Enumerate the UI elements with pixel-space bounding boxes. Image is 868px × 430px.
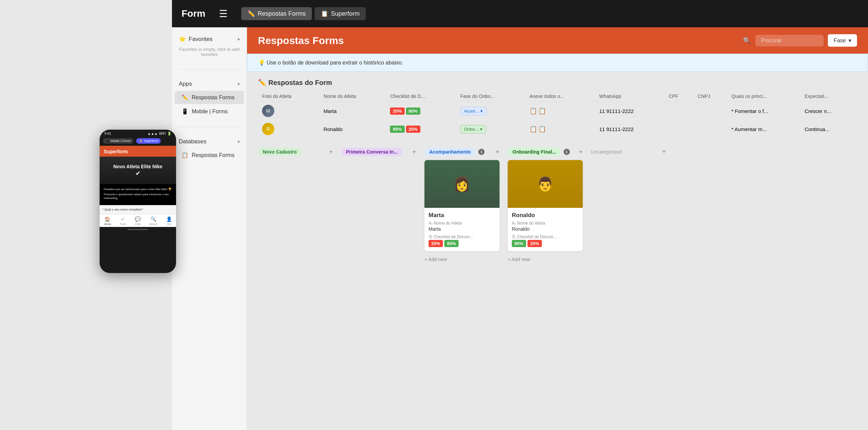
status-dropdown-marta[interactable]: Acom... ▾: [460, 107, 487, 115]
tasks-icon: ✓: [121, 216, 125, 222]
search-input[interactable]: [755, 35, 824, 46]
copy-icon-marta-2[interactable]: 📋: [538, 108, 546, 114]
status-label-ronaldo: Onbo...: [464, 127, 479, 132]
marta-img-placeholder: 👩: [453, 176, 471, 192]
tab-superform[interactable]: 📋 Superform: [315, 7, 366, 20]
kanban-col-uncategorized-title: Uncategorized: [591, 149, 622, 155]
phone-nav-home[interactable]: 🏠 Home: [104, 216, 111, 226]
sidebar-apps-header[interactable]: Apps ▾: [172, 78, 247, 90]
badge-80-ronaldo: 80%: [390, 126, 404, 133]
sidebar-item-respostas-forms-label: Respostas Forms: [192, 95, 234, 101]
phone-nav-mobile-forms[interactable]: 📱Mobile | Forms: [103, 138, 133, 144]
mobile-icon: 📱: [182, 108, 188, 115]
cell-anexe-ronaldo: 📋 📋: [525, 120, 595, 138]
kanban-col-uncategorized-header: Uncategorized +: [591, 148, 666, 156]
sidebar-item-mobile-forms[interactable]: 📱 Mobile | Forms: [175, 105, 244, 118]
sidebar-item-respostas-forms-db[interactable]: 📋 Respostas Forms: [175, 148, 244, 162]
kanban-col-acompanhamento: Acompanhamento 1 + 👩 Marta: [424, 148, 500, 425]
kanban-card-marta-field-label2: ☰ Checklist de Docum...: [429, 234, 495, 239]
fase-dropdown[interactable]: Fase ▾: [828, 34, 857, 47]
kanban-card-marta-body: Marta Aₛ Nome do Atleta Marta ☰ Checklis…: [424, 208, 500, 251]
apps-chevron-icon: ▾: [237, 81, 240, 87]
info-banner-text: 💡 Use o botão de download para extrair o…: [258, 59, 403, 66]
sidebar-item-mobile-forms-label: Mobile | Forms: [192, 109, 228, 115]
copy-icon-marta-1[interactable]: 📋: [530, 108, 537, 114]
phone-nav-chat[interactable]: 💬 Chat: [135, 216, 141, 226]
phone-status-icons: ▲▲▲ WiFi 🔋: [147, 132, 171, 135]
kanban-col-acompanhamento-count: 1: [478, 149, 484, 155]
kanban-card-marta-field-label1: Aₛ Nome do Atleta: [429, 221, 495, 226]
col-cpf: CPF: [665, 91, 694, 102]
phone-nav-search-label: Search: [149, 223, 158, 226]
kanban-card-ronaldo[interactable]: 👨 Ronaldo Aₛ Nome do Atleta Ronaldo ☰ Ch…: [508, 160, 583, 251]
kanban-col-uncategorized: Uncategorized +: [591, 148, 666, 425]
col-checklist: Checklist de D...: [386, 91, 456, 102]
phone-subtitle2: Preencha o questionário abaixo para inic…: [104, 192, 172, 200]
cell-anexe-marta: 📋 📋: [525, 102, 595, 120]
search-icon-btn[interactable]: 🔍: [743, 37, 751, 45]
phone-nav-you[interactable]: 👤 You: [166, 216, 172, 226]
phone-nav-you-label: You: [167, 223, 171, 226]
avatar-marta: M: [262, 105, 274, 117]
status-chevron-icon-marta: ▾: [480, 109, 483, 114]
kanban-add-primeira-conversa[interactable]: +: [412, 148, 416, 156]
status-chevron-icon-ronaldo: ▾: [480, 127, 482, 132]
page-title: Respostas Forms: [258, 35, 344, 46]
kanban-card-ronaldo-field-label2: ☰ Checklist de Docum...: [512, 234, 579, 239]
copy-icon-ronaldo-1[interactable]: 📋: [530, 126, 537, 132]
fase-dropdown-label: Fase: [834, 38, 846, 44]
phone-subtitle1: Parabéns por ser selecionado para o time…: [104, 187, 172, 191]
you-icon: 👤: [166, 216, 172, 222]
status-dropdown-ronaldo[interactable]: Onbo... ▾: [460, 125, 486, 133]
phone-nav-superform[interactable]: ⚡Superform: [136, 138, 161, 144]
sidebar-favorites-header[interactable]: ⭐ Favorites ▾: [172, 33, 247, 45]
kanban-col-onboarding-final-title: Onboarding Final...: [508, 148, 561, 156]
cell-cpf-marta: [665, 102, 694, 120]
phone-hero: Superform: [100, 146, 176, 157]
cell-whatsapp-ronaldo: 11 91111-2222: [595, 120, 665, 138]
col-foto: Foto do Atleta: [258, 91, 319, 102]
phone-time: 9:41: [104, 132, 111, 135]
kanban-card-marta-badges: 20% 80%: [429, 240, 495, 247]
cell-expectativa-marta: * Fomentar o f...: [727, 102, 801, 120]
sidebar: ⭐ Favorites ▾ Favorites is empty, click …: [172, 27, 247, 430]
col-nome: Nome do Atleta: [319, 91, 386, 102]
sidebar-apps-title: Apps: [179, 81, 192, 87]
badge-20-marta: 20%: [390, 108, 404, 115]
kanban-col-novo-cadastro-header: Novo Cadastro +: [258, 148, 333, 156]
kanban-badge-80-ronaldo: 80%: [512, 240, 526, 247]
kanban-add-acompanhamento[interactable]: +: [495, 148, 500, 156]
cell-cnpj-ronaldo: [694, 120, 727, 138]
kanban-col-novo-cadastro: Novo Cadastro +: [258, 148, 333, 425]
kanban-card-ronaldo-badges: 80% 20%: [512, 240, 579, 247]
kanban-add-onboarding-final[interactable]: +: [579, 148, 583, 156]
kanban-add-uncategorized[interactable]: +: [662, 148, 666, 156]
databases-chevron-icon: ▾: [237, 139, 240, 144]
col-anexe: Anexe todos o...: [525, 91, 595, 102]
phone-nav-tasks[interactable]: ✓ Tasks: [119, 216, 126, 226]
tab-respostas-forms[interactable]: ✏️ Respostas Forms: [241, 7, 312, 20]
col-cnpj: CNPJ: [694, 91, 727, 102]
sidebar-databases-header[interactable]: Databases ▾: [172, 135, 247, 148]
phone-home-indicator: [100, 227, 176, 232]
phone-top-nav: 📱Mobile | Forms ⚡Superform: [100, 137, 176, 146]
chat-icon: 💬: [135, 216, 141, 222]
phone-nav-search[interactable]: 🔍 Search: [149, 216, 158, 226]
home-icon: 🏠: [104, 216, 110, 222]
cell-status-marta: Acom... ▾: [456, 102, 525, 120]
sidebar-item-respostas-forms[interactable]: ✏️ Respostas Forms: [175, 91, 244, 104]
col-expectati: Expectati...: [800, 91, 857, 102]
cell-cpf-ronaldo: [665, 120, 694, 138]
kanban-add-new-ronaldo[interactable]: + Add new: [508, 255, 583, 263]
cell-expectativa-ronaldo: * Aumentar m...: [727, 120, 801, 138]
cell-name-ronaldo: Ronaldo: [319, 120, 386, 138]
table-row: M Marta 20% 80%: [258, 102, 857, 120]
copy-icon-ronaldo-2[interactable]: 📋: [538, 126, 546, 132]
cell-crescer-marta: Crescer n...: [800, 102, 857, 120]
kanban-card-marta[interactable]: 👩 Marta Aₛ Nome do Atleta Marta ☰ Checkl…: [424, 160, 500, 251]
kanban-add-novo-cadastro[interactable]: +: [329, 148, 333, 156]
kanban-col-novo-cadastro-title: Novo Cadastro: [258, 148, 302, 156]
name-marta: Marta: [323, 108, 336, 114]
kanban-add-new-marta[interactable]: + Add new: [424, 255, 500, 263]
menu-icon[interactable]: ☰: [219, 8, 228, 19]
